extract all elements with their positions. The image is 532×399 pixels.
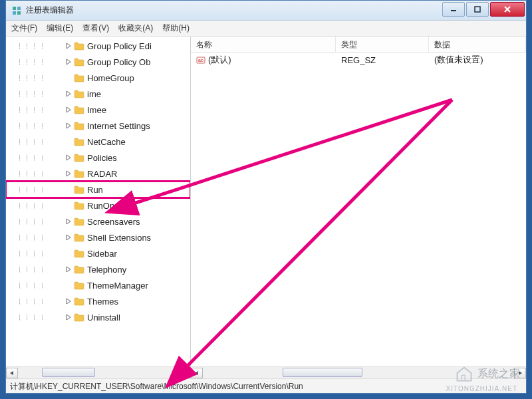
svg-marker-17 bbox=[66, 267, 70, 272]
menu-file[interactable]: 文件(F) bbox=[11, 23, 37, 34]
tree-item-label: Group Policy Edi bbox=[87, 41, 152, 51]
list-body[interactable]: ab(默认)REG_SZ(数值未设置) bbox=[191, 53, 526, 366]
expand-icon[interactable] bbox=[65, 233, 72, 241]
watermark-sub: XITONGZHIJIA.NET bbox=[446, 385, 518, 392]
tree-item-uninstall[interactable]: ┊ ┊ ┊ ┊Uninstall bbox=[6, 309, 190, 325]
col-name[interactable]: 名称 bbox=[191, 37, 336, 52]
svg-rect-0 bbox=[13, 7, 16, 10]
titlebar[interactable]: 注册表编辑器 bbox=[6, 1, 526, 21]
expand-icon[interactable] bbox=[65, 154, 72, 162]
tree-item-netcache[interactable]: ┊ ┊ ┊ ┊NetCache bbox=[6, 134, 190, 150]
tree-item-runonce[interactable]: ┊ ┊ ┊ ┊RunOnce bbox=[6, 198, 190, 213]
value-type: REG_SZ bbox=[336, 55, 429, 65]
svg-marker-21 bbox=[183, 371, 186, 375]
tree-item-sidebar[interactable]: ┊ ┊ ┊ ┊Sidebar bbox=[6, 245, 190, 261]
expand-icon[interactable] bbox=[65, 313, 72, 321]
tree-item-group-policy-edi[interactable]: ┊ ┊ ┊ ┊Group Policy Edi bbox=[6, 38, 190, 54]
tree-item-label: Run bbox=[87, 185, 103, 195]
tree-item-label: Imee bbox=[87, 105, 106, 115]
expand-icon[interactable] bbox=[65, 201, 72, 209]
tree-view[interactable]: ┊ ┊ ┊ ┊Group Policy Edi┊ ┊ ┊ ┊Group Poli… bbox=[6, 37, 190, 366]
window-controls bbox=[441, 2, 525, 17]
expand-icon[interactable] bbox=[65, 138, 72, 146]
scroll-thumb[interactable] bbox=[42, 368, 95, 377]
expand-icon[interactable] bbox=[65, 74, 72, 82]
expand-icon[interactable] bbox=[65, 281, 72, 289]
tree-pane: ┊ ┊ ┊ ┊Group Policy Edi┊ ┊ ┊ ┊Group Poli… bbox=[6, 37, 191, 378]
expand-icon[interactable] bbox=[65, 122, 72, 130]
tree-item-themes[interactable]: ┊ ┊ ┊ ┊Themes bbox=[6, 293, 190, 309]
expand-icon[interactable] bbox=[65, 249, 72, 257]
tree-item-label: Telephony bbox=[87, 265, 126, 275]
tree-item-thememanager[interactable]: ┊ ┊ ┊ ┊ThemeManager bbox=[6, 277, 190, 293]
svg-rect-2 bbox=[13, 11, 16, 15]
expand-icon[interactable] bbox=[65, 58, 72, 66]
svg-rect-29 bbox=[462, 375, 466, 380]
tree-item-group-policy-ob[interactable]: ┊ ┊ ┊ ┊Group Policy Ob bbox=[6, 54, 190, 70]
svg-marker-24 bbox=[195, 371, 198, 375]
tree-item-label: Internet Settings bbox=[87, 121, 150, 131]
scroll-right-button[interactable] bbox=[178, 368, 190, 378]
svg-marker-10 bbox=[66, 91, 70, 96]
tree-item-imee[interactable]: ┊ ┊ ┊ ┊Imee bbox=[6, 102, 190, 118]
expand-icon[interactable] bbox=[65, 42, 72, 50]
tree-item-shell-extensions[interactable]: ┊ ┊ ┊ ┊Shell Extensions bbox=[6, 229, 190, 245]
expand-icon[interactable] bbox=[65, 90, 72, 98]
tree-item-label: Screensavers bbox=[87, 217, 140, 227]
tree-item-screensavers[interactable]: ┊ ┊ ┊ ┊Screensavers bbox=[6, 213, 190, 229]
col-data[interactable]: 数据 bbox=[429, 37, 526, 52]
col-type[interactable]: 类型 bbox=[336, 37, 429, 52]
value-data: (数值未设置) bbox=[429, 54, 526, 66]
tree-item-label: RunOnce bbox=[87, 201, 124, 211]
expand-icon[interactable] bbox=[65, 186, 72, 194]
tree-item-homegroup[interactable]: ┊ ┊ ┊ ┊HomeGroup bbox=[6, 70, 190, 86]
list-pane: 名称 类型 数据 ab(默认)REG_SZ(数值未设置) bbox=[191, 37, 526, 378]
minimize-button[interactable] bbox=[442, 2, 465, 17]
menu-view[interactable]: 查看(V) bbox=[82, 23, 109, 34]
tree-item-ime[interactable]: ┊ ┊ ┊ ┊ime bbox=[6, 86, 190, 102]
tree-item-label: Policies bbox=[87, 153, 117, 163]
list-row[interactable]: ab(默认)REG_SZ(数值未设置) bbox=[191, 53, 526, 67]
menubar: 文件(F) 编辑(E) 查看(V) 收藏夹(A) 帮助(H) bbox=[6, 21, 526, 37]
expand-icon[interactable] bbox=[65, 170, 72, 178]
svg-rect-3 bbox=[17, 11, 21, 15]
menu-edit[interactable]: 编辑(E) bbox=[47, 23, 73, 34]
tree-item-label: Group Policy Ob bbox=[87, 57, 150, 67]
tree-item-label: Shell Extensions bbox=[87, 233, 151, 243]
scroll-left-button[interactable] bbox=[6, 368, 18, 378]
scroll-left-button[interactable] bbox=[191, 368, 203, 378]
tree-item-run[interactable]: ┊ ┊ ┊ ┊Run bbox=[6, 182, 190, 198]
svg-marker-13 bbox=[66, 155, 70, 160]
content-area: ┊ ┊ ┊ ┊Group Policy Edi┊ ┊ ┊ ┊Group Poli… bbox=[6, 37, 526, 378]
value-name: (默认) bbox=[208, 54, 231, 66]
menu-favorites[interactable]: 收藏夹(A) bbox=[118, 23, 153, 34]
svg-marker-9 bbox=[66, 59, 70, 65]
list-header[interactable]: 名称 类型 数据 bbox=[191, 37, 526, 53]
expand-icon[interactable] bbox=[65, 297, 72, 305]
svg-rect-5 bbox=[475, 7, 480, 12]
expand-icon[interactable] bbox=[65, 106, 72, 114]
tree-item-radar[interactable]: ┊ ┊ ┊ ┊RADAR bbox=[6, 166, 190, 182]
tree-item-telephony[interactable]: ┊ ┊ ┊ ┊Telephony bbox=[6, 261, 190, 277]
tree-item-internet-settings[interactable]: ┊ ┊ ┊ ┊Internet Settings bbox=[6, 118, 190, 134]
watermark: 系统之家 bbox=[455, 364, 520, 383]
expand-icon[interactable] bbox=[65, 217, 72, 225]
expand-icon[interactable] bbox=[65, 265, 72, 273]
scroll-thumb[interactable] bbox=[283, 368, 362, 377]
svg-marker-18 bbox=[66, 299, 70, 304]
maximize-button[interactable] bbox=[466, 2, 489, 17]
tree-item-policies[interactable]: ┊ ┊ ┊ ┊Policies bbox=[6, 150, 190, 166]
svg-marker-16 bbox=[66, 235, 70, 240]
menu-help[interactable]: 帮助(H) bbox=[162, 23, 190, 34]
scroll-track[interactable] bbox=[18, 368, 178, 378]
svg-marker-8 bbox=[66, 43, 70, 49]
svg-marker-15 bbox=[66, 219, 70, 224]
tree-item-label: HomeGroup bbox=[87, 73, 134, 83]
tree-item-label: RADAR bbox=[87, 169, 118, 179]
tree-item-label: Themes bbox=[87, 297, 118, 307]
close-button[interactable] bbox=[490, 2, 525, 17]
tree-scrollbar-h[interactable] bbox=[6, 366, 190, 378]
tree-item-label: Sidebar bbox=[87, 249, 117, 259]
svg-marker-12 bbox=[66, 123, 70, 128]
window-title: 注册表编辑器 bbox=[26, 5, 441, 16]
